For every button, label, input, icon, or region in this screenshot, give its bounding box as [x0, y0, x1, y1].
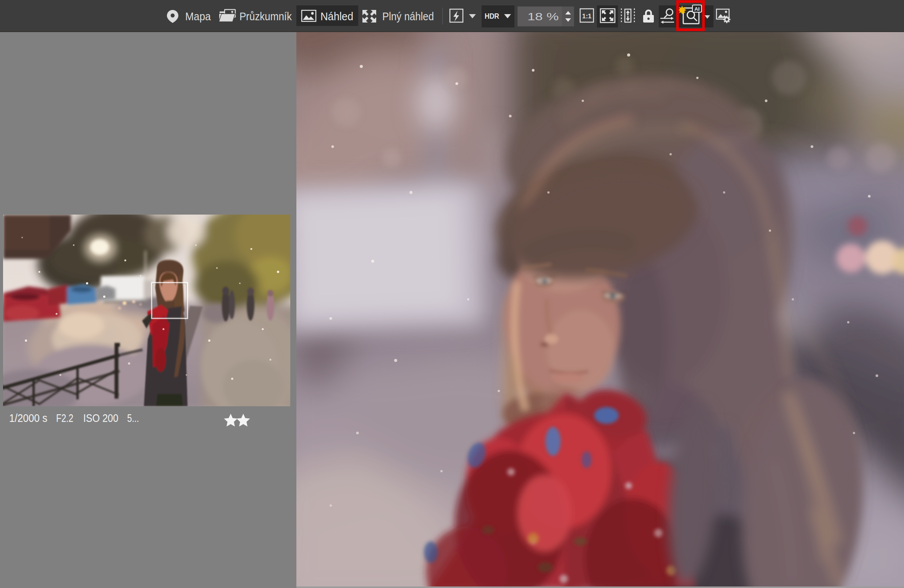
svg-text:AI: AI [694, 6, 700, 12]
svg-text:F2.2: F2.2 [56, 412, 73, 424]
svg-text:Náhled: Náhled [320, 10, 353, 23]
svg-text:HDR: HDR [485, 11, 499, 20]
svg-text:1:1: 1:1 [582, 13, 592, 20]
svg-text:5...: 5... [127, 412, 139, 424]
svg-text:Mapa: Mapa [185, 10, 211, 23]
svg-text:1/2000 s: 1/2000 s [9, 412, 47, 424]
svg-text:Průzkumník: Průzkumník [239, 10, 292, 23]
svg-text:ISO 200: ISO 200 [83, 412, 118, 424]
svg-text:18 %: 18 % [527, 11, 559, 23]
svg-text:Plný náhled: Plný náhled [382, 10, 434, 23]
